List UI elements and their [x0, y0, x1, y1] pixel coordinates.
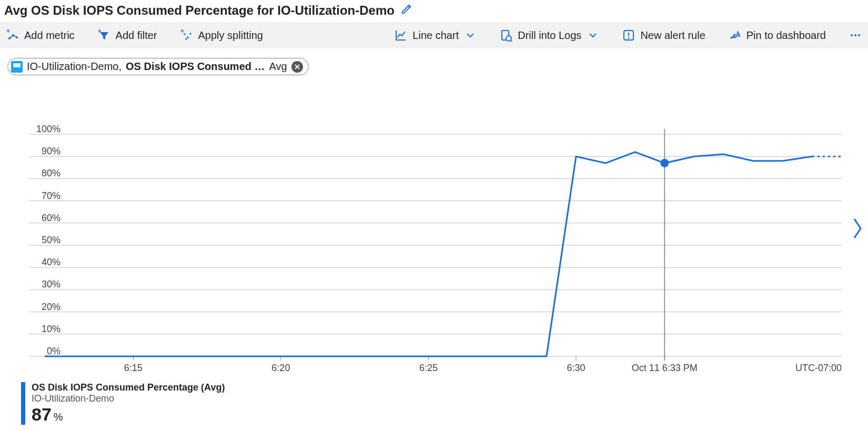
svg-text:+: +: [98, 29, 102, 35]
legend-unit: %: [54, 411, 63, 423]
chevron-down-icon: [464, 29, 477, 42]
pin-icon: [729, 29, 741, 42]
y-tick-label: 80%: [42, 168, 60, 178]
x-tick-label: 6:25: [419, 363, 438, 373]
y-tick-label: 60%: [42, 213, 60, 223]
svg-point-15: [851, 34, 853, 36]
y-tick-label: 40%: [42, 257, 60, 267]
legend-series-name: OS Disk IOPS Consumed Percentage (Avg): [32, 382, 225, 393]
pill-resource: IO-Utilization-Demo,: [27, 61, 122, 73]
add-filter-label: Add filter: [116, 29, 157, 42]
edit-title-icon[interactable]: [401, 3, 412, 18]
y-tick-label: 90%: [42, 146, 60, 156]
chart-toolbar: + Add metric + Add filter + Apply splitt…: [0, 22, 868, 48]
new-alert-rule-button[interactable]: New alert rule: [619, 29, 708, 42]
x-tick-label: 6:20: [271, 363, 290, 373]
svg-point-6: [184, 33, 186, 35]
logs-icon: [500, 29, 512, 42]
y-tick-label: 30%: [42, 279, 60, 289]
pin-dashboard-label: Pin to dashboard: [746, 29, 826, 42]
y-tick-label: 100%: [36, 124, 60, 134]
timezone-label: UTC-07:00: [795, 363, 842, 373]
metrics-chart[interactable]: 0%10%20%30%40%50%60%70%80%90%100%6:156:2…: [16, 124, 847, 383]
more-button[interactable]: [846, 29, 865, 42]
pin-dashboard-button[interactable]: Pin to dashboard: [725, 29, 829, 42]
apply-splitting-label: Apply splitting: [198, 29, 263, 42]
svg-point-9: [185, 38, 187, 40]
svg-point-14: [628, 37, 630, 39]
expand-panel-button[interactable]: [850, 216, 865, 243]
chevron-right-icon: [850, 216, 865, 241]
drill-logs-dropdown[interactable]: Drill into Logs: [497, 29, 602, 42]
svg-point-7: [187, 36, 189, 38]
svg-text:+: +: [6, 29, 10, 35]
remove-metric-button[interactable]: [291, 61, 303, 73]
legend-color-swatch: [21, 382, 25, 425]
svg-point-16: [854, 34, 856, 36]
filter-icon: +: [98, 29, 110, 42]
y-tick-label: 10%: [42, 324, 60, 334]
y-tick-label: 70%: [42, 191, 60, 201]
page-title: Avg OS Disk IOPS Consumed Percentage for…: [4, 3, 395, 18]
pill-agg: Avg: [269, 61, 287, 73]
x-tick-label: 6:15: [124, 363, 143, 373]
metric-pill[interactable]: IO-Utilization-Demo, OS Disk IOPS Consum…: [7, 58, 309, 75]
series-line: [45, 152, 812, 356]
close-icon: [295, 64, 300, 69]
svg-text:+: +: [180, 29, 184, 35]
split-icon: +: [180, 29, 193, 42]
more-icon: [849, 29, 862, 42]
legend-resource-name: IO-Utilization-Demo: [32, 393, 225, 404]
legend-value: 87: [32, 404, 52, 424]
add-filter-button[interactable]: + Add filter: [95, 29, 160, 42]
alert-icon: [622, 29, 635, 42]
chart-type-label: Line chart: [412, 29, 459, 42]
svg-point-8: [189, 33, 191, 35]
new-alert-label: New alert rule: [640, 29, 705, 42]
svg-point-17: [858, 34, 860, 36]
y-tick-label: 50%: [42, 235, 60, 245]
add-metric-button[interactable]: + Add metric: [3, 29, 78, 42]
y-tick-label: 20%: [42, 302, 60, 312]
vm-icon: [11, 61, 23, 73]
add-metric-label: Add metric: [24, 29, 75, 42]
x-tick-label: 6:30: [567, 363, 585, 373]
hover-time-label: Oct 11 6:33 PM: [632, 363, 698, 373]
drill-logs-label: Drill into Logs: [518, 29, 581, 42]
chart-type-dropdown[interactable]: Line chart: [391, 29, 480, 42]
pill-metric: OS Disk IOPS Consumed …: [126, 61, 265, 73]
y-tick-label: 0%: [47, 346, 60, 356]
line-chart-icon: [395, 29, 407, 42]
legend-block[interactable]: OS Disk IOPS Consumed Percentage (Avg) I…: [21, 382, 225, 425]
add-metric-icon: +: [6, 29, 19, 42]
chevron-down-icon: [587, 29, 599, 42]
apply-splitting-button[interactable]: + Apply splitting: [177, 29, 266, 42]
